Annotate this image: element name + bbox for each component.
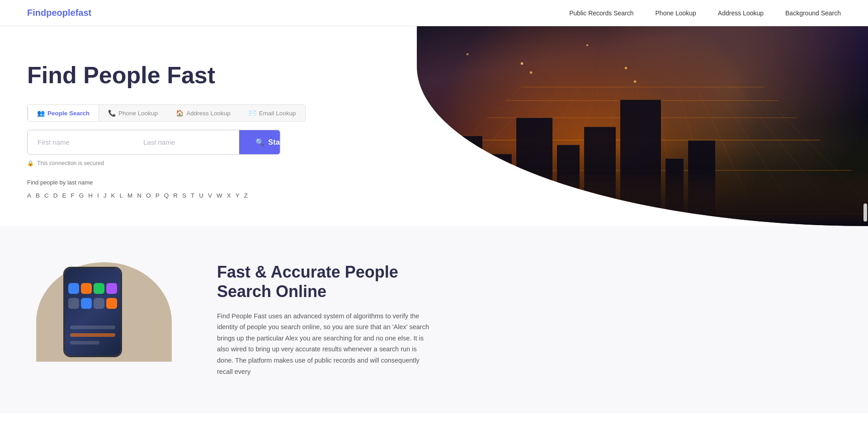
city-background [417, 26, 868, 226]
alphabet-link-h[interactable]: H [88, 192, 93, 199]
lower-text: Fast & Accurate People Search Online Fin… [217, 262, 434, 377]
alphabet-link-g[interactable]: G [79, 192, 84, 199]
alphabet-links: ABCDEFGHIJKLMNOPQRSTUVWXYZ [27, 192, 248, 199]
alphabet-label: Find people by last name [27, 179, 93, 186]
lock-icon: 🔒 [27, 160, 34, 166]
alphabet-link-f[interactable]: F [71, 192, 75, 199]
address-lookup-icon: 🏠 [176, 109, 184, 117]
phone-app-6 [81, 298, 92, 309]
phone-bar-1 [70, 326, 115, 329]
email-lookup-icon: ✉️ [249, 109, 256, 117]
nav-links: Public Records Search Phone Lookup Addre… [569, 9, 841, 17]
alphabet-link-y[interactable]: Y [236, 192, 240, 199]
phone-lookup-icon: 📞 [108, 109, 116, 117]
lower-description: Find People Fast uses an advanced system… [217, 311, 434, 378]
last-name-input[interactable] [133, 130, 239, 154]
nav-background-search[interactable]: Background Search [785, 9, 841, 17]
first-name-input[interactable] [28, 130, 133, 154]
phone-app-3 [94, 283, 104, 294]
phone-app-5 [68, 298, 79, 309]
tab-address-lookup[interactable]: 🏠 Address Lookup [167, 105, 240, 121]
phone-image-area [27, 262, 181, 362]
hero-title: Find People Fast [27, 62, 280, 88]
hero-content: Find People Fast 👥 People Search 📞 Phone… [0, 26, 307, 226]
nav-phone-lookup[interactable]: Phone Lookup [656, 9, 696, 17]
phone-app-1 [68, 283, 79, 294]
tab-people-search[interactable]: 👥 People Search [28, 105, 99, 121]
navbar: Findpeoplefast Public Records Search Pho… [0, 0, 868, 26]
hero-image [417, 26, 868, 226]
alphabet-link-t[interactable]: T [191, 192, 194, 199]
lower-section: Fast & Accurate People Search Online Fin… [0, 226, 868, 413]
alphabet-link-z[interactable]: Z [244, 192, 248, 199]
alphabet-link-c[interactable]: C [44, 192, 49, 199]
alphabet-row: Find people by last name ABCDEFGHIJKLMNO… [27, 179, 280, 199]
alphabet-link-j[interactable]: J [104, 192, 107, 199]
alphabet-link-q[interactable]: Q [164, 192, 169, 199]
phone-bar-3 [70, 341, 99, 345]
tab-email-lookup[interactable]: ✉️ Email Lookup [240, 105, 305, 121]
brand-logo[interactable]: Findpeoplefast [27, 8, 91, 18]
alphabet-link-r[interactable]: R [173, 192, 178, 199]
phone-app-7 [94, 298, 104, 309]
phone-bar-2 [70, 333, 115, 337]
hero-section: Find People Fast 👥 People Search 📞 Phone… [0, 26, 868, 226]
alphabet-link-i[interactable]: I [97, 192, 99, 199]
phone-device [63, 267, 122, 357]
alphabet-link-o[interactable]: O [146, 192, 151, 199]
phone-app-8 [106, 298, 117, 309]
alphabet-link-n[interactable]: N [137, 192, 142, 199]
alphabet-link-k[interactable]: K [111, 192, 115, 199]
alphabet-link-s[interactable]: S [182, 192, 186, 199]
start-search-button[interactable]: 🔍 Start Search [239, 130, 280, 154]
search-icon: 🔍 [255, 138, 264, 146]
lower-title: Fast & Accurate People Search Online [217, 262, 434, 301]
alphabet-link-p[interactable]: P [156, 192, 160, 199]
alphabet-link-w[interactable]: W [217, 192, 222, 199]
alphabet-link-b[interactable]: B [36, 192, 40, 199]
alphabet-link-d[interactable]: D [53, 192, 58, 199]
alphabet-link-v[interactable]: V [208, 192, 212, 199]
phone-app-2 [81, 283, 92, 294]
scrollbar[interactable] [863, 203, 867, 222]
alphabet-link-m[interactable]: M [127, 192, 132, 199]
search-tabs: 👥 People Search 📞 Phone Lookup 🏠 Address… [27, 104, 306, 122]
alphabet-link-a[interactable]: A [27, 192, 31, 199]
phone-app-4 [106, 283, 117, 294]
alphabet-link-l[interactable]: L [120, 192, 123, 199]
alphabet-link-e[interactable]: E [62, 192, 66, 199]
alphabet-link-x[interactable]: X [227, 192, 231, 199]
alphabet-link-u[interactable]: U [199, 192, 203, 199]
nav-address-lookup[interactable]: Address Lookup [718, 9, 764, 17]
secured-note: 🔒 This connection is secured [27, 160, 280, 166]
tab-phone-lookup[interactable]: 📞 Phone Lookup [99, 105, 167, 121]
nav-public-records[interactable]: Public Records Search [569, 9, 633, 17]
phone-screen [65, 268, 121, 356]
search-box: 🔍 Start Search [27, 130, 280, 155]
people-search-icon: 👥 [37, 109, 45, 117]
